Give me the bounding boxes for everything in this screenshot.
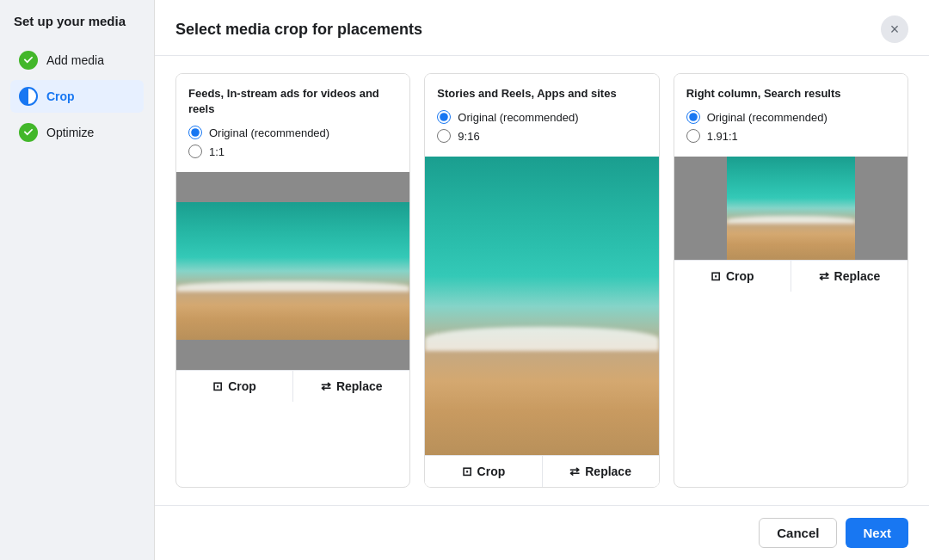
placement-card-stories: Stories and Reels, Apps and sites Origin…: [424, 73, 659, 488]
sidebar: Set up your media Add media Crop Optimiz…: [0, 0, 155, 560]
next-button[interactable]: Next: [846, 518, 908, 548]
sidebar-item-label-optimize: Optimize: [46, 126, 94, 139]
radio-label-stories-original: Original (recommended): [458, 111, 578, 124]
rc-crop-button[interactable]: ⊡ Crop: [674, 261, 791, 292]
rc-crop-label: Crop: [726, 269, 754, 283]
card-title-stories: Stories and Reels, Apps and sites: [437, 86, 646, 102]
stories-replace-label: Replace: [585, 465, 631, 478]
card-title-feeds: Feeds, In-stream ads for videos and reel…: [188, 86, 397, 117]
radio-option-stories-original[interactable]: Original (recommended): [437, 110, 646, 124]
radio-rc-191[interactable]: [686, 129, 700, 143]
radio-option-rc-original[interactable]: Original (recommended): [686, 110, 895, 124]
feeds-crop-label: Crop: [228, 379, 256, 393]
rc-image: [727, 157, 855, 260]
radio-label-stories-9x16: 9:16: [458, 130, 479, 143]
sidebar-item-label-crop: Crop: [46, 89, 75, 103]
crop-icon: [19, 87, 38, 106]
replace-icon-stories: ⇄: [569, 465, 580, 478]
radio-option-feeds-1x1[interactable]: 1:1: [188, 145, 397, 158]
radio-option-rc-191[interactable]: 1.91:1: [686, 129, 895, 143]
feeds-replace-label: Replace: [336, 379, 383, 393]
stories-image-container: [425, 157, 658, 455]
replace-icon-rc: ⇄: [819, 269, 829, 283]
sidebar-item-label-add-media: Add media: [46, 53, 104, 67]
radio-label-rc-original: Original (recommended): [707, 111, 827, 124]
radio-stories-9x16[interactable]: [437, 129, 451, 143]
crop-icon-feeds: ⊡: [212, 379, 223, 393]
card-title-right-column: Right column, Search results: [686, 86, 895, 102]
rc-replace-label: Replace: [834, 269, 881, 283]
sidebar-title: Set up your media: [10, 14, 144, 28]
radio-rc-original[interactable]: [686, 110, 700, 124]
rc-replace-button[interactable]: ⇄ Replace: [791, 261, 907, 292]
stories-replace-button[interactable]: ⇄ Replace: [542, 456, 659, 487]
card-header-stories: Stories and Reels, Apps and sites Origin…: [425, 74, 658, 157]
feeds-image: [176, 202, 409, 340]
stories-image: [425, 157, 658, 455]
placement-card-right-column: Right column, Search results Original (r…: [674, 73, 908, 488]
feeds-replace-button[interactable]: ⇄ Replace: [292, 371, 409, 402]
card-header-right-column: Right column, Search results Original (r…: [674, 74, 907, 157]
radio-option-feeds-original[interactable]: Original (recommended): [188, 126, 397, 139]
dialog-header: Select media crop for placements ×: [155, 0, 929, 56]
card-footer-feeds: ⊡ Crop ⇄ Replace: [176, 370, 409, 402]
crop-icon-stories: ⊡: [462, 465, 472, 478]
radio-label-feeds-original: Original (recommended): [209, 126, 329, 139]
dialog: Select media crop for placements × Feeds…: [155, 0, 929, 560]
radio-label-feeds-1x1: 1:1: [209, 145, 225, 158]
radio-feeds-1x1[interactable]: [188, 145, 202, 158]
feeds-image-container: [176, 172, 409, 370]
card-footer-stories: ⊡ Crop ⇄ Replace: [425, 455, 658, 487]
sidebar-item-add-media[interactable]: Add media: [10, 44, 144, 77]
rc-image-container: [674, 157, 907, 260]
card-header-feeds: Feeds, In-stream ads for videos and reel…: [176, 74, 409, 172]
add-media-icon: [19, 51, 38, 70]
stories-crop-label: Crop: [477, 465, 506, 478]
dialog-content: Feeds, In-stream ads for videos and reel…: [155, 56, 929, 505]
dialog-title: Select media crop for placements: [175, 21, 422, 39]
replace-icon-feeds: ⇄: [321, 379, 331, 393]
sidebar-item-crop[interactable]: Crop: [10, 80, 144, 113]
close-button[interactable]: ×: [881, 15, 908, 43]
crop-icon-rc: ⊡: [711, 269, 721, 283]
feeds-crop-button[interactable]: ⊡ Crop: [176, 371, 292, 402]
optimize-icon: [19, 123, 38, 142]
cancel-button[interactable]: Cancel: [759, 518, 837, 548]
card-footer-rc: ⊡ Crop ⇄ Replace: [674, 260, 907, 292]
radio-stories-original[interactable]: [437, 110, 451, 124]
dialog-footer: Cancel Next: [155, 505, 929, 560]
placement-card-feeds: Feeds, In-stream ads for videos and reel…: [175, 73, 410, 488]
radio-feeds-original[interactable]: [188, 126, 202, 139]
radio-label-rc-191: 1.91:1: [707, 130, 738, 143]
sidebar-item-optimize[interactable]: Optimize: [10, 116, 144, 149]
radio-option-stories-9x16[interactable]: 9:16: [437, 129, 646, 143]
stories-crop-button[interactable]: ⊡ Crop: [425, 456, 541, 487]
